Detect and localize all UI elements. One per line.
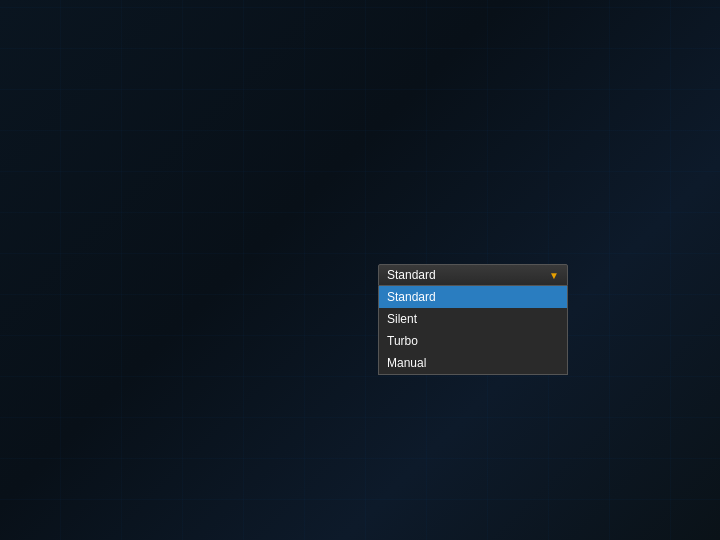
cpu-fan-profile-value: Standard ▼ Standard Silent Turbo Manual — [378, 264, 578, 286]
option-silent[interactable]: Silent — [379, 308, 567, 330]
chevron-down-icon: ▼ — [549, 270, 559, 281]
option-standard[interactable]: Standard — [379, 286, 567, 308]
cpu-fan-profile-dropdown[interactable]: Standard ▼ — [378, 264, 568, 286]
option-turbo[interactable]: Turbo — [379, 330, 567, 352]
main-container: /ASUS UEFI BIOS Utility – Advanced Mode … — [0, 0, 720, 540]
option-manual[interactable]: Manual — [379, 352, 567, 374]
cpu-fan-profile-options: Standard Silent Turbo Manual — [378, 286, 568, 375]
bg-circuit — [0, 0, 720, 540]
